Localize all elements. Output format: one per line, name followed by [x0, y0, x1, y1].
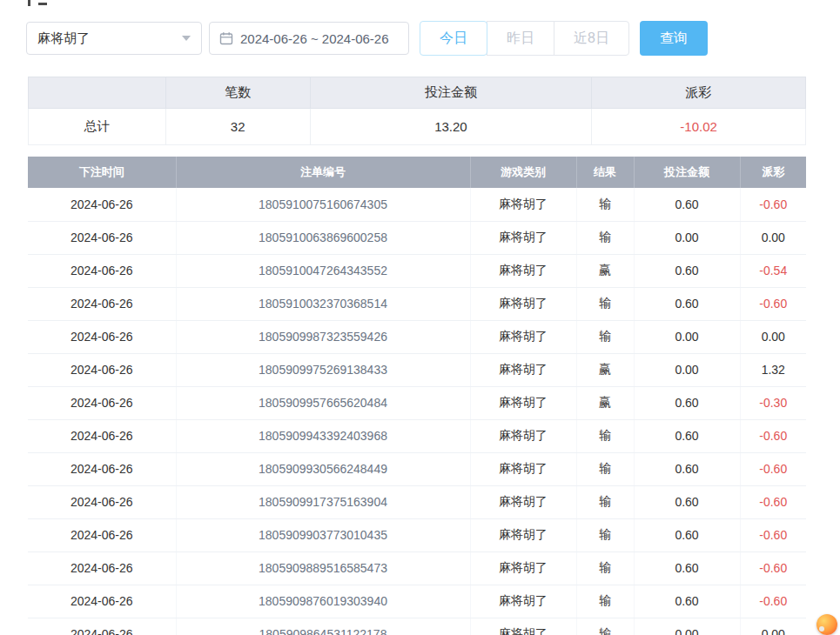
records-header-payout: 派彩 [740, 157, 806, 188]
summary-total-payout: -10.02 [592, 109, 806, 145]
cell-game: 麻将胡了 [470, 618, 576, 635]
cell-game: 麻将胡了 [470, 188, 576, 221]
cell-bet: 0.00 [634, 618, 740, 635]
cell-bet: 0.60 [634, 188, 740, 221]
records-table: 下注时间 注单编号 游戏类别 结果 投注金额 派彩 2024-06-261805… [28, 157, 806, 635]
cell-order: 1805909903773010435 [176, 518, 470, 551]
cell-game: 麻将胡了 [470, 254, 576, 287]
cell-bet: 0.60 [634, 485, 740, 518]
cell-bet: 0.60 [634, 585, 740, 618]
chevron-down-icon [182, 36, 191, 41]
cell-time: 2024-06-26 [28, 386, 176, 419]
cell-result: 输 [576, 618, 634, 635]
cell-game: 麻将胡了 [470, 585, 576, 618]
cell-game: 麻将胡了 [470, 386, 576, 419]
game-select[interactable]: 麻将胡了 [26, 22, 202, 55]
quick-button-last8days[interactable]: 近8日 [554, 21, 629, 56]
table-row: 2024-06-261805909864531122178麻将胡了输0.000.… [28, 618, 806, 635]
cell-order: 1805909957665620484 [176, 386, 470, 419]
clipped-page-title [26, 0, 61, 6]
cell-order: 1805909975269138433 [176, 353, 470, 386]
table-row: 2024-06-261805910047264343552麻将胡了赢0.60-0… [28, 254, 806, 287]
cell-game: 麻将胡了 [470, 221, 576, 254]
cell-payout: 1.32 [740, 353, 806, 386]
records-header-time: 下注时间 [28, 157, 176, 188]
quick-button-yesterday[interactable]: 昨日 [487, 21, 554, 56]
summary-table: 笔数 投注金额 派彩 总计 32 13.20 -10.02 [28, 77, 806, 145]
cell-payout: -0.54 [740, 254, 806, 287]
table-row: 2024-06-261805909975269138433麻将胡了赢0.001.… [28, 353, 806, 386]
cell-payout: -0.60 [740, 585, 806, 618]
cell-order: 1805909943392403968 [176, 419, 470, 452]
cell-result: 输 [576, 452, 634, 485]
cell-game: 麻将胡了 [470, 485, 576, 518]
cell-payout: -0.30 [740, 386, 806, 419]
summary-total-label: 总计 [29, 109, 166, 145]
table-row: 2024-06-261805909889516585473麻将胡了输0.60-0… [28, 551, 806, 585]
summary-header-count: 笔数 [165, 77, 310, 109]
cell-payout: -0.60 [740, 485, 806, 518]
cell-time: 2024-06-26 [28, 551, 176, 585]
summary-header-payout: 派彩 [592, 77, 806, 109]
cell-time: 2024-06-26 [28, 618, 176, 635]
table-row: 2024-06-261805910032370368514麻将胡了输0.60-0… [28, 287, 806, 320]
records-header-bet: 投注金额 [634, 157, 740, 188]
cell-time: 2024-06-26 [28, 320, 176, 353]
cell-bet: 0.00 [634, 221, 740, 254]
date-range-value: 2024-06-26 ~ 2024-06-26 [240, 31, 389, 46]
cell-order: 1805910032370368514 [176, 287, 470, 320]
cell-game: 麻将胡了 [470, 419, 576, 452]
cell-result: 输 [576, 518, 634, 551]
table-row: 2024-06-261805910063869600258麻将胡了输0.000.… [28, 221, 806, 254]
cell-game: 麻将胡了 [470, 353, 576, 386]
table-row: 2024-06-261805909943392403968麻将胡了输0.60-0… [28, 419, 806, 452]
cell-time: 2024-06-26 [28, 452, 176, 485]
records-header-game: 游戏类别 [470, 157, 576, 188]
cell-bet: 0.00 [634, 353, 740, 386]
cell-bet: 0.60 [634, 452, 740, 485]
cell-order: 1805909917375163904 [176, 485, 470, 518]
summary-total-count: 32 [165, 109, 310, 145]
cell-payout: 0.00 [740, 618, 806, 635]
cell-payout: 0.00 [740, 320, 806, 353]
records-header-order: 注单编号 [176, 157, 470, 188]
records-body: 2024-06-261805910075160674305麻将胡了输0.60-0… [28, 188, 806, 635]
summary-header-blank [29, 77, 166, 109]
cell-payout: -0.60 [740, 551, 806, 585]
cell-result: 赢 [576, 386, 634, 419]
cell-order: 1805909864531122178 [176, 618, 470, 635]
query-button[interactable]: 查询 [640, 21, 708, 56]
cell-time: 2024-06-26 [28, 518, 176, 551]
table-row: 2024-06-261805909903773010435麻将胡了输0.60-0… [28, 518, 806, 551]
quick-range-group: 今日 昨日 近8日 [420, 21, 629, 56]
cell-bet: 0.60 [634, 551, 740, 585]
cell-game: 麻将胡了 [470, 320, 576, 353]
cell-order: 1805910047264343552 [176, 254, 470, 287]
cell-result: 输 [576, 188, 634, 221]
cell-result: 输 [576, 287, 634, 320]
cell-payout: -0.60 [740, 188, 806, 221]
customer-service-icon[interactable] [816, 614, 837, 635]
cell-result: 输 [576, 585, 634, 618]
summary-header-bet: 投注金额 [310, 77, 592, 109]
date-range-picker[interactable]: 2024-06-26 ~ 2024-06-26 [209, 22, 409, 55]
cell-time: 2024-06-26 [28, 485, 176, 518]
cell-time: 2024-06-26 [28, 221, 176, 254]
summary-header-row: 笔数 投注金额 派彩 [29, 77, 806, 109]
cell-payout: -0.60 [740, 287, 806, 320]
cell-time: 2024-06-26 [28, 188, 176, 221]
cell-time: 2024-06-26 [28, 585, 176, 618]
cell-result: 输 [576, 485, 634, 518]
records-header-result: 结果 [576, 157, 634, 188]
cell-bet: 0.60 [634, 254, 740, 287]
cell-order: 1805910063869600258 [176, 221, 470, 254]
cell-bet: 0.60 [634, 518, 740, 551]
table-row: 2024-06-261805909917375163904麻将胡了输0.60-0… [28, 485, 806, 518]
table-row: 2024-06-261805909930566248449麻将胡了输0.60-0… [28, 452, 806, 485]
cell-time: 2024-06-26 [28, 353, 176, 386]
table-row: 2024-06-261805909876019303940麻将胡了输0.60-0… [28, 585, 806, 618]
quick-button-today[interactable]: 今日 [420, 21, 487, 56]
cell-payout: -0.60 [740, 518, 806, 551]
game-select-value: 麻将胡了 [37, 30, 90, 47]
table-row: 2024-06-261805909987323559426麻将胡了输0.000.… [28, 320, 806, 353]
